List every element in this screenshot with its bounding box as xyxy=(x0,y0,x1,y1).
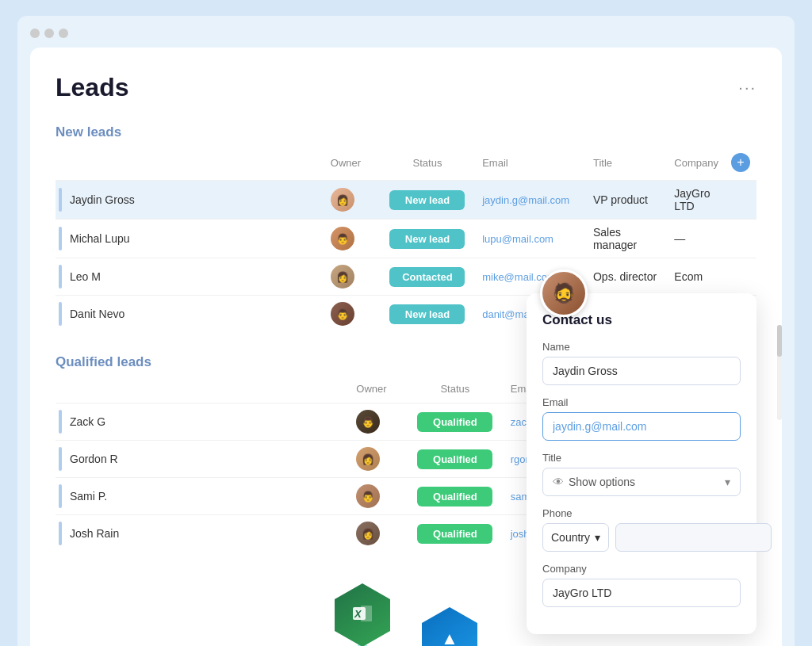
company-input[interactable] xyxy=(542,579,741,607)
avatar: 👨 xyxy=(356,410,380,434)
country-label: Country xyxy=(551,531,590,544)
page-header: Leads ··· xyxy=(56,73,756,102)
lead-owner-cell: 👨 xyxy=(324,220,379,258)
excel-svg: X xyxy=(350,601,375,626)
lead-status-cell: Qualified xyxy=(406,441,504,478)
new-leads-title: New leads xyxy=(56,124,756,140)
lead-extra-cell xyxy=(725,258,756,296)
avatar: 👩 xyxy=(356,522,380,545)
status-badge: New lead xyxy=(389,229,465,249)
excel-icon-group: X xyxy=(335,583,390,646)
lead-name-cell: Gordon R xyxy=(56,441,350,478)
email-input[interactable] xyxy=(542,412,741,441)
email-field-group: Email xyxy=(542,396,741,441)
status-badge: New lead xyxy=(389,190,465,210)
dot-red xyxy=(30,29,40,38)
status-badge: Qualified xyxy=(417,487,492,506)
lead-name: Josh Rain xyxy=(70,527,119,540)
lead-email-cell: lupu@mail.com xyxy=(476,220,587,258)
col-owner: Owner xyxy=(324,148,379,181)
row-accent xyxy=(59,522,62,545)
lead-status-cell: New lead xyxy=(379,296,476,333)
col-owner-q: Owner xyxy=(350,378,406,403)
lead-email: lupu@mail.com xyxy=(482,233,553,245)
cloud-icon-symbol: ▲ xyxy=(441,629,458,646)
lead-extra-cell xyxy=(725,220,756,258)
col-status: Status xyxy=(379,148,476,181)
row-accent xyxy=(59,188,62,212)
main-card: Leads ··· New leads Owner Status Email T… xyxy=(30,48,782,646)
status-badge: Qualified xyxy=(417,524,492,544)
lead-name-cell: Leo M xyxy=(56,258,324,296)
cloud-hex: ▲ xyxy=(422,607,477,646)
table-row[interactable]: Leo M 👩 Contacted mike@mail.com Ops. dir… xyxy=(56,258,756,296)
lead-status-cell: Qualified xyxy=(406,515,504,552)
col-email: Email xyxy=(476,148,587,181)
lead-name: Danit Nevo xyxy=(70,308,124,320)
name-input[interactable] xyxy=(542,357,741,385)
status-badge: Qualified xyxy=(417,412,492,432)
lead-owner-cell: 👩 xyxy=(324,181,379,220)
lead-name: Jaydin Gross xyxy=(70,193,135,206)
lead-email-cell: jaydin.g@mail.com xyxy=(476,181,587,220)
dot-green xyxy=(59,29,68,38)
col-title: Title xyxy=(587,148,668,181)
title-select[interactable]: 👁 Show options ▾ xyxy=(542,468,741,496)
excel-icon-letter: X xyxy=(350,601,375,630)
dot-yellow xyxy=(44,29,54,38)
lead-name-cell: Michal Lupu xyxy=(56,220,324,258)
country-chevron-icon: ▾ xyxy=(595,531,600,544)
cloud-icon-group: ▲ xyxy=(422,607,477,646)
svg-rect-2 xyxy=(361,606,372,621)
chevron-down-icon: ▾ xyxy=(725,476,730,488)
col-name-q xyxy=(56,378,350,403)
avatar: 👨 xyxy=(331,302,354,326)
contact-panel: Contact us Name Email Title 👁 Show optio… xyxy=(527,293,756,634)
lead-owner-cell: 👩 xyxy=(350,515,406,552)
lead-company-cell: — xyxy=(668,220,725,258)
lead-name: Leo M xyxy=(70,270,101,283)
lead-company-cell: JayGro LTD xyxy=(668,181,725,220)
lead-name: Gordon R xyxy=(70,453,118,465)
lead-name-cell: Josh Rain xyxy=(56,515,350,552)
lead-status-cell: Qualified xyxy=(406,403,504,441)
lead-name: Michal Lupu xyxy=(70,232,130,245)
lead-extra-cell xyxy=(725,181,756,220)
lead-email: jaydin.g@mail.com xyxy=(482,194,569,206)
page-title: Leads xyxy=(56,73,128,102)
lead-status-cell: Qualified xyxy=(406,478,504,515)
country-select[interactable]: Country ▾ xyxy=(542,523,609,552)
lead-status-cell: New lead xyxy=(379,181,476,220)
avatar: 👨 xyxy=(331,227,354,250)
table-row[interactable]: Jaydin Gross 👩 New lead jaydin.g@mail.co… xyxy=(56,181,756,220)
lead-company-cell: Ecom xyxy=(668,258,725,296)
more-options-button[interactable]: ··· xyxy=(738,78,756,97)
phone-input[interactable] xyxy=(615,523,772,552)
name-label: Name xyxy=(542,341,741,353)
company-field-group: Company xyxy=(542,563,741,607)
status-badge: Contacted xyxy=(389,267,465,287)
lead-owner-cell: 👨 xyxy=(324,296,379,333)
scrollbar-track[interactable] xyxy=(777,325,782,420)
eye-icon: 👁 xyxy=(553,476,564,488)
row-accent xyxy=(59,447,62,471)
col-company: Company xyxy=(668,148,725,181)
lead-owner-cell: 👨 xyxy=(350,403,406,441)
excel-hex: X xyxy=(335,583,390,646)
new-leads-header-row: Owner Status Email Title Company + xyxy=(56,148,756,181)
lead-name: Zack G xyxy=(70,415,105,428)
lead-name-cell: Zack G xyxy=(56,403,350,441)
add-lead-button[interactable]: + xyxy=(731,153,750,172)
col-status-q: Status xyxy=(406,378,504,403)
status-badge: Qualified xyxy=(417,449,492,469)
row-accent xyxy=(59,410,62,434)
status-badge: New lead xyxy=(389,304,465,324)
email-label: Email xyxy=(542,396,741,408)
lead-name-cell: Jaydin Gross xyxy=(56,181,324,220)
table-row[interactable]: Michal Lupu 👨 New lead lupu@mail.com Sal… xyxy=(56,220,756,258)
lead-owner-cell: 👩 xyxy=(350,441,406,478)
title-placeholder: Show options xyxy=(569,476,635,488)
name-field-group: Name xyxy=(542,341,741,385)
lead-name-cell: Sami P. xyxy=(56,478,350,515)
row-accent xyxy=(59,227,62,250)
